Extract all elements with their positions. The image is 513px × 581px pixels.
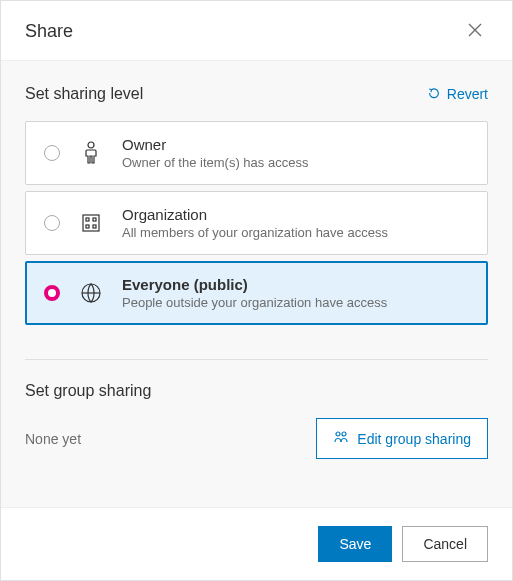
option-desc: All members of your organization have ac… — [122, 225, 388, 240]
svg-rect-4 — [86, 225, 89, 228]
save-button[interactable]: Save — [318, 526, 392, 562]
close-button[interactable] — [462, 17, 488, 46]
close-icon — [466, 21, 484, 42]
modal-footer: Save Cancel — [1, 507, 512, 580]
sharing-option-owner[interactable]: Owner Owner of the item(s) has access — [25, 121, 488, 185]
section-divider — [25, 359, 488, 360]
modal-body: Set sharing level Revert Owner — [1, 61, 512, 507]
option-title: Organization — [122, 206, 388, 223]
person-icon — [78, 140, 104, 166]
revert-icon — [427, 86, 441, 103]
group-sharing-status: None yet — [25, 431, 81, 447]
sharing-level-title: Set sharing level — [25, 85, 143, 103]
option-title: Everyone (public) — [122, 276, 387, 293]
globe-icon — [78, 280, 104, 306]
share-modal: Share Set sharing level Revert — [0, 0, 513, 581]
option-text: Everyone (public) People outside your or… — [122, 276, 387, 310]
organization-icon — [78, 210, 104, 236]
edit-group-label: Edit group sharing — [357, 431, 471, 447]
group-sharing-row: None yet Edit group sharing — [25, 418, 488, 459]
option-title: Owner — [122, 136, 308, 153]
option-desc: Owner of the item(s) has access — [122, 155, 308, 170]
svg-rect-5 — [93, 225, 96, 228]
sharing-options: Owner Owner of the item(s) has access Or… — [25, 121, 488, 325]
edit-group-sharing-button[interactable]: Edit group sharing — [316, 418, 488, 459]
radio-organization — [44, 215, 60, 231]
option-text: Organization All members of your organiz… — [122, 206, 388, 240]
revert-button[interactable]: Revert — [427, 86, 488, 103]
option-desc: People outside your organization have ac… — [122, 295, 387, 310]
svg-point-7 — [336, 432, 340, 436]
cancel-button[interactable]: Cancel — [402, 526, 488, 562]
radio-everyone — [44, 285, 60, 301]
sharing-option-everyone[interactable]: Everyone (public) People outside your or… — [25, 261, 488, 325]
svg-rect-3 — [93, 218, 96, 221]
modal-header: Share — [1, 1, 512, 61]
radio-owner — [44, 145, 60, 161]
svg-rect-2 — [86, 218, 89, 221]
modal-title: Share — [25, 21, 73, 42]
svg-point-8 — [342, 432, 346, 436]
sharing-option-organization[interactable]: Organization All members of your organiz… — [25, 191, 488, 255]
group-icon — [333, 429, 349, 448]
sharing-level-header: Set sharing level Revert — [25, 85, 488, 103]
svg-point-0 — [88, 142, 94, 148]
group-sharing-title: Set group sharing — [25, 382, 488, 400]
svg-rect-1 — [83, 215, 99, 231]
option-text: Owner Owner of the item(s) has access — [122, 136, 308, 170]
revert-label: Revert — [447, 86, 488, 102]
